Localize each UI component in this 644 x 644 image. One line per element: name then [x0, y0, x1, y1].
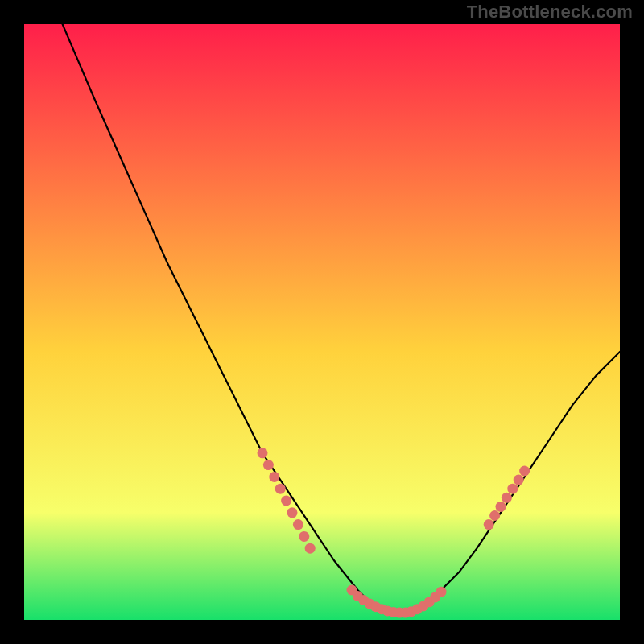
marker-dot [258, 448, 268, 458]
bottleneck-chart [24, 24, 620, 620]
marker-dot [269, 472, 279, 482]
marker-dot [263, 460, 274, 470]
plot-area [24, 24, 620, 620]
watermark-text: TheBottleneck.com [467, 2, 633, 23]
gradient-background [24, 24, 620, 620]
marker-dot [507, 484, 518, 494]
marker-dot [496, 502, 506, 512]
marker-dot [484, 519, 494, 530]
marker-dot [287, 507, 298, 518]
marker-dot [489, 510, 500, 521]
chart-frame: TheBottleneck.com [0, 0, 644, 644]
marker-dot [514, 475, 524, 485]
marker-dot [305, 543, 316, 554]
marker-dot [299, 531, 309, 542]
marker-dot [275, 484, 286, 494]
marker-dot [281, 496, 291, 506]
marker-dot [502, 493, 512, 503]
marker-dot [293, 519, 303, 530]
marker-dot [519, 466, 530, 477]
marker-dot [436, 587, 447, 597]
